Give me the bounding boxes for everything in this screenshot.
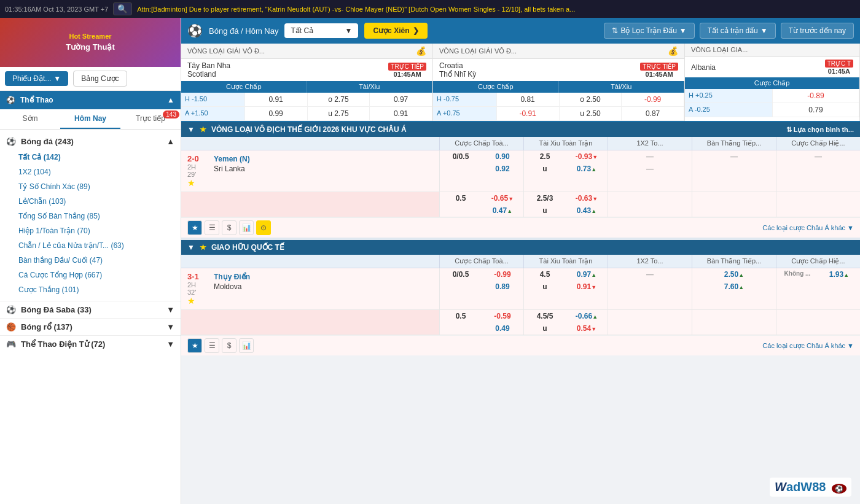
td2-tx-val2[interactable]: 0.54▼ — [566, 322, 608, 335]
sidebar-item-cuoc-thang[interactable]: Cược Thắng (101) — [0, 282, 181, 297]
td-cc-val1[interactable]: -0.99 — [482, 268, 523, 281]
cc-handicap-val[interactable]: 0/0.5 — [440, 150, 482, 163]
td-action-dollar-icon[interactable]: $ — [222, 338, 237, 353]
tu-truoc-button[interactable]: Từ trước đến nay — [781, 23, 854, 39]
tx-val1[interactable]: -0.93▼ — [566, 150, 608, 163]
vong-loai-star-icon[interactable]: ★ — [200, 125, 206, 134]
cc-val1[interactable]: 0.90 — [482, 150, 523, 163]
td-cc-val2[interactable]: 0.89 — [482, 281, 523, 293]
bong-da-saba-header[interactable]: ⚽ Bóng Đá Saba (33) ▼ — [0, 301, 181, 318]
match2-odds-a-sub[interactable]: u 2.50 — [560, 107, 622, 121]
collapse-vong-loai-icon[interactable]: ▼ — [187, 125, 195, 134]
td2-tx-line[interactable]: 4.5/5 — [524, 310, 566, 322]
lua-chon-binh-icon[interactable]: ⇅ Lựa chọn bình th... — [786, 126, 854, 134]
match1-odds-a-val2[interactable]: 0.91 — [370, 107, 432, 121]
sidebar-item-ban-thang[interactable]: Bàn thắng Đầu/ Cuối (47) — [0, 253, 181, 268]
tat-ca-select[interactable]: Tất Cả ▼ — [284, 23, 358, 38]
match3-odds-h-val1[interactable]: -0.89 — [773, 89, 859, 103]
sidebar-item-1x2[interactable]: 1X2 (104) — [0, 165, 181, 179]
td-bts2[interactable]: 7.60▲ — [692, 281, 776, 293]
match2-odds-a-val2[interactable]: 0.87 — [622, 107, 684, 121]
tab-truc-tiep[interactable]: Trực tiếp 143 — [120, 109, 181, 129]
td-cc-handicap[interactable]: 0/0.5 — [440, 268, 482, 281]
col-tai-xiu: Tài Xiu Toàn Trận — [523, 137, 608, 150]
tab-som[interactable]: Sớm — [0, 109, 60, 129]
match-yemen-star[interactable]: ★ — [187, 178, 209, 188]
match2-odds-a-val1[interactable]: -0.91 — [497, 107, 560, 121]
match2-odds-h-val2[interactable]: -0.99 — [622, 93, 684, 107]
td-action-chart-icon[interactable]: 📊 — [239, 338, 254, 353]
td2-cc-val1[interactable]: -0.59 — [482, 310, 523, 322]
tx-val2[interactable]: 0.73▲ — [566, 163, 608, 175]
col4-empty — [692, 192, 776, 217]
td2-cc-val2[interactable]: 0.49 — [482, 322, 523, 335]
more-bets-link[interactable]: Các loại cược Châu Á khác ▼ — [762, 224, 854, 232]
the-thao-elec-header[interactable]: 🎮 Thể Thao Điện Tử (72) ▼ — [0, 335, 181, 352]
col5-empty — [776, 192, 860, 217]
match2-odds-h-label[interactable]: H -0.75 — [433, 93, 497, 107]
tx2-val2[interactable]: 0.43▲ — [566, 204, 608, 217]
cc2-handicap[interactable]: 0.5 — [440, 192, 482, 204]
td-tx-line[interactable]: 4.5 — [524, 268, 566, 281]
match1-header: VÒNG LOẠI GIẢI VÔ Đ... 💰 — [181, 44, 432, 59]
match2-tournament: VÒNG LOẠI GIẢI VÔ Đ... — [439, 47, 663, 55]
giao-huu-section-header[interactable]: ▼ ★ GIAO HỮU QUỐC TẾ — [181, 240, 860, 255]
match3-odds-a-val1[interactable]: 0.79 — [773, 103, 859, 117]
vong-loai-section-header[interactable]: ▼ ★ VÒNG LOẠI VÔ ĐỊCH THẾ GIỚI 2026 KHU … — [181, 122, 860, 137]
td2-cc-handicap[interactable]: 0.5 — [440, 310, 482, 322]
tab-hom-nay[interactable]: Hôm Nay — [60, 109, 120, 129]
match1-odds-h-val1[interactable]: 0.91 — [245, 93, 308, 107]
action-dollar-icon[interactable]: $ — [222, 220, 237, 235]
td-khong-val[interactable]: 1.93▲ — [818, 268, 860, 281]
action-chart-icon[interactable]: 📊 — [239, 220, 254, 235]
match1-odds-a-sub[interactable]: u 2.75 — [308, 107, 370, 121]
action-star-icon[interactable]: ★ — [187, 220, 202, 235]
td-action-bookmark-icon[interactable]: ☰ — [205, 338, 219, 353]
cuoc-xien-button[interactable]: Cược Xiên ❯ — [364, 23, 428, 39]
td-more-bets-link[interactable]: Các loại cược Châu Á khác ▼ — [762, 342, 854, 350]
td-tx-val2[interactable]: 0.91▼ — [566, 281, 608, 293]
action-bookmark-icon[interactable]: ☰ — [205, 220, 219, 235]
td-action-star-icon[interactable]: ★ — [187, 338, 202, 353]
td2-tx-val1[interactable]: -0.66▲ — [566, 310, 608, 322]
td-tx-sub: u — [524, 281, 566, 293]
match2-odds-h-sub[interactable]: o 2.50 — [560, 93, 622, 107]
sidebar-item-tat-ca[interactable]: Tất Cả (142) — [0, 150, 181, 165]
bang-cuoc-button[interactable]: Bảng Cược — [73, 71, 127, 87]
match1-odds-a-val1[interactable]: 0.99 — [245, 107, 308, 121]
match1-odds-h-sub[interactable]: o 2.75 — [308, 93, 370, 107]
bong-ro-header[interactable]: 🏀 Bóng rổ (137) ▼ — [0, 318, 181, 335]
bo-loc-tran-dau-button[interactable]: ⇅ Bộ Lọc Trận Đấu ▼ — [604, 23, 694, 39]
basketball-icon: 🏀 — [6, 322, 16, 331]
tx-line1[interactable]: 2.5 — [524, 150, 566, 163]
tx2-val1[interactable]: -0.63▼ — [566, 192, 608, 204]
match-thuy-dien-star[interactable]: ★ — [187, 296, 209, 306]
match1-odds-a-label[interactable]: A +1.50 — [181, 107, 245, 121]
sidebar-item-chan-le[interactable]: Chẵn / Lẻ của Nửa trận/T... (63) — [0, 238, 181, 253]
cc2-val2[interactable]: 0.47▲ — [482, 204, 523, 217]
sidebar-item-tong-so[interactable]: Tổng Số Bàn Thắng (85) — [0, 209, 181, 223]
match2-odds-h-val1[interactable]: 0.81 — [497, 93, 560, 107]
cc-val2[interactable]: 0.92 — [482, 163, 523, 175]
match1-odds-h-val2[interactable]: 0.97 — [370, 93, 432, 107]
match1-odds-h-label[interactable]: H -1.50 — [181, 93, 245, 107]
sidebar-item-hiep1[interactable]: Hiệp 1/Toàn Trận (70) — [0, 223, 181, 238]
tx2-line[interactable]: 2.5/3 — [524, 192, 566, 204]
match3-odds-a-label[interactable]: A -0.25 — [685, 103, 773, 117]
collapse-giao-huu-icon[interactable]: ▼ — [187, 243, 195, 252]
action-gift-icon[interactable]: ⊙ — [256, 220, 271, 235]
cc2-val1[interactable]: -0.65▼ — [482, 192, 523, 204]
sidebar-item-ty-so[interactable]: Tỷ Số Chính Xác (89) — [0, 179, 181, 194]
col-tai-xiu-2: Tài Xiu Toàn Trận — [523, 255, 608, 268]
tat-ca-tran-dau-button[interactable]: Tất cả trận đấu ▼ — [700, 23, 776, 39]
td-bts1[interactable]: 2.50▲ — [692, 268, 776, 281]
match3-odds-h-label[interactable]: H +0.25 — [685, 89, 773, 103]
giao-huu-star-icon[interactable]: ★ — [200, 243, 206, 252]
sidebar-item-ca-cuoc[interactable]: Cá Cược Tổng Hợp (667) — [0, 268, 181, 282]
phieu-dat-button[interactable]: Phiếu Đặt... ▼ — [5, 71, 68, 86]
sidebar-item-le-chan[interactable]: Lẻ/Chẵn (103) — [0, 194, 181, 209]
match2-odds-a-label[interactable]: A +0.75 — [433, 107, 497, 121]
search-button[interactable]: 🔍 — [113, 2, 132, 15]
td-tx-val1[interactable]: 0.97▲ — [566, 268, 608, 281]
bong-da-header[interactable]: ⚽ Bóng đá (243) ▲ — [0, 133, 181, 150]
